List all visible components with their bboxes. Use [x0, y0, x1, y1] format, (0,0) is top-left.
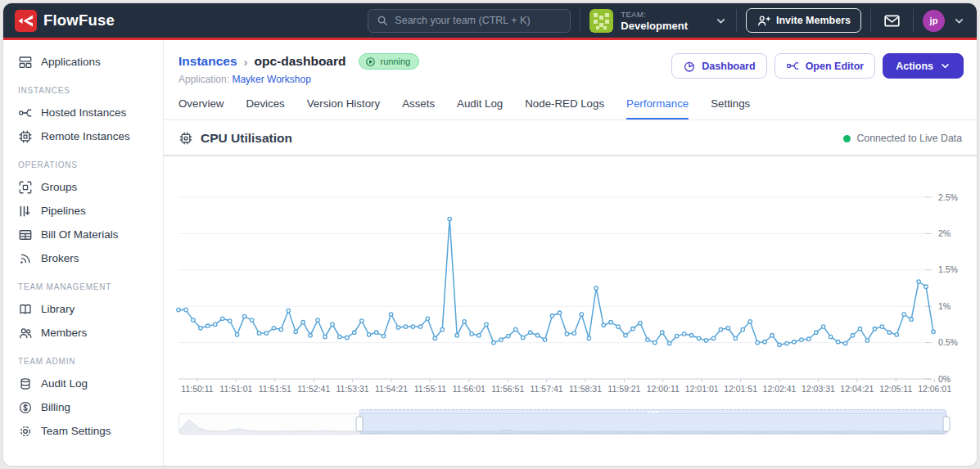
team-avatar	[589, 9, 613, 33]
breadcrumb-separator: ›	[244, 55, 248, 69]
data-point	[177, 308, 180, 311]
search-input[interactable]	[395, 15, 562, 26]
sidebar-item-groups[interactable]: Groups	[3, 175, 163, 199]
data-point	[221, 317, 224, 320]
tab-devices[interactable]: Devices	[246, 97, 284, 120]
node-red-editor-icon	[786, 59, 800, 73]
data-point	[396, 326, 400, 329]
data-point	[389, 313, 392, 316]
sidebar-section-instances: INSTANCES	[3, 74, 163, 101]
x-axis-label: 11:56:01	[453, 384, 485, 394]
tab-performance[interactable]: Performance	[626, 97, 689, 120]
sidebar-item-audit-log[interactable]: Audit Log	[3, 372, 163, 395]
data-point	[287, 309, 290, 312]
user-menu[interactable]: jp	[923, 10, 965, 32]
sidebar-item-label: Audit Log	[41, 377, 88, 390]
y-axis-label: 2.5%	[938, 192, 958, 202]
data-point	[902, 313, 905, 316]
tab-assets[interactable]: Assets	[402, 97, 435, 120]
data-point	[433, 336, 436, 340]
open-editor-button[interactable]: Open Editor	[775, 53, 876, 79]
tab-audit-log[interactable]: Audit Log	[457, 97, 503, 120]
tab-node-red-logs[interactable]: Node-RED Logs	[525, 97, 604, 120]
overview-drag-grip-icon[interactable]	[648, 411, 658, 413]
x-axis-label: 11:53:31	[336, 384, 369, 394]
overview-selection-window[interactable]	[359, 409, 946, 434]
overview-left-handle-icon[interactable]	[356, 417, 364, 432]
data-point	[440, 327, 444, 331]
tab-overview[interactable]: Overview	[178, 97, 224, 120]
sidebar-nav: Applications INSTANCES Hosted Instances …	[3, 40, 164, 466]
library-icon	[18, 302, 33, 317]
breadcrumb: Instances › opc-dashboard running	[178, 53, 419, 70]
breadcrumb-instances-link[interactable]: Instances	[178, 54, 237, 69]
x-axis-label: 11:56:51	[491, 384, 524, 394]
status-badge-label: running	[380, 56, 410, 66]
tab-settings[interactable]: Settings	[711, 97, 750, 120]
chevron-down-icon	[715, 15, 727, 27]
notifications-button[interactable]	[880, 9, 904, 33]
team-selector[interactable]: TEAM: Development	[589, 9, 727, 33]
team-info: TEAM: Development	[621, 10, 688, 32]
data-point	[661, 331, 664, 334]
x-axis-label: 11:51:01	[219, 384, 252, 394]
sidebar-item-hosted-instances[interactable]: Hosted Instances	[3, 101, 163, 124]
pie-chart-icon	[683, 60, 696, 73]
dashboard-button[interactable]: Dashboard	[671, 53, 766, 79]
cpu-line	[178, 219, 933, 345]
data-point	[639, 321, 642, 324]
dashboard-button-label: Dashboard	[702, 61, 755, 72]
sidebar-item-billing[interactable]: Billing	[3, 395, 163, 419]
instance-header: Instances › opc-dashboard running Applic…	[178, 53, 419, 85]
team-label: TEAM:	[621, 10, 688, 19]
overview-right-handle-icon[interactable]	[943, 417, 951, 432]
sidebar-item-brokers[interactable]: Brokers	[3, 246, 163, 270]
data-point	[711, 336, 715, 340]
cpu-utilisation-chart[interactable]: 0%0.5%1%1.5%2%2.5%11:50:1111:51:0111:51:…	[164, 165, 970, 397]
data-point	[719, 327, 722, 331]
data-point	[910, 318, 913, 321]
x-axis-label: 11:57:41	[531, 384, 563, 394]
data-point	[697, 336, 700, 340]
data-point	[917, 280, 920, 283]
data-point	[858, 327, 861, 331]
data-point	[793, 340, 796, 344]
data-point	[535, 334, 539, 337]
data-point	[507, 334, 510, 337]
sidebar-item-label: Team Settings	[41, 425, 111, 437]
data-point	[932, 330, 935, 333]
applications-icon	[18, 55, 33, 70]
sidebar-item-label: Remote Instances	[41, 130, 130, 142]
data-point	[309, 334, 312, 337]
data-point	[492, 340, 495, 344]
data-point	[565, 332, 568, 336]
sidebar-item-label: Billing	[41, 401, 70, 413]
data-point	[616, 325, 620, 328]
actions-button[interactable]: Actions	[883, 53, 964, 79]
sidebar-item-members[interactable]: Members	[3, 321, 163, 345]
data-point	[206, 324, 210, 327]
team-search[interactable]	[368, 9, 571, 33]
team-settings-gear-icon	[18, 424, 33, 439]
sidebar-item-label: Pipelines	[41, 205, 86, 217]
data-point	[184, 308, 187, 311]
sidebar-item-library[interactable]: Library	[3, 297, 163, 321]
data-point	[353, 331, 356, 334]
sidebar-item-team-settings[interactable]: Team Settings	[3, 419, 163, 443]
search-icon	[377, 15, 388, 26]
cpu-chip-icon	[178, 131, 193, 146]
live-data-status-label: Connected to Live Data	[856, 133, 962, 144]
sidebar-item-applications[interactable]: Applications	[3, 50, 163, 74]
data-point	[514, 327, 517, 331]
chart-overview-track[interactable]	[178, 413, 947, 435]
application-link[interactable]: Mayker Workshop	[232, 74, 310, 85]
x-axis-label: 12:03:31	[802, 384, 835, 394]
flowfuse-logo[interactable]: FlowFuse	[15, 10, 115, 32]
remote-instances-icon	[18, 129, 33, 144]
sidebar-item-bill-of-materials[interactable]: Bill Of Materials	[3, 223, 163, 246]
sidebar-item-pipelines[interactable]: Pipelines	[3, 199, 163, 223]
data-point	[704, 339, 707, 342]
invite-members-button[interactable]: Invite Members	[746, 8, 861, 33]
sidebar-item-remote-instances[interactable]: Remote Instances	[3, 124, 163, 148]
tab-version-history[interactable]: Version History	[307, 97, 380, 120]
